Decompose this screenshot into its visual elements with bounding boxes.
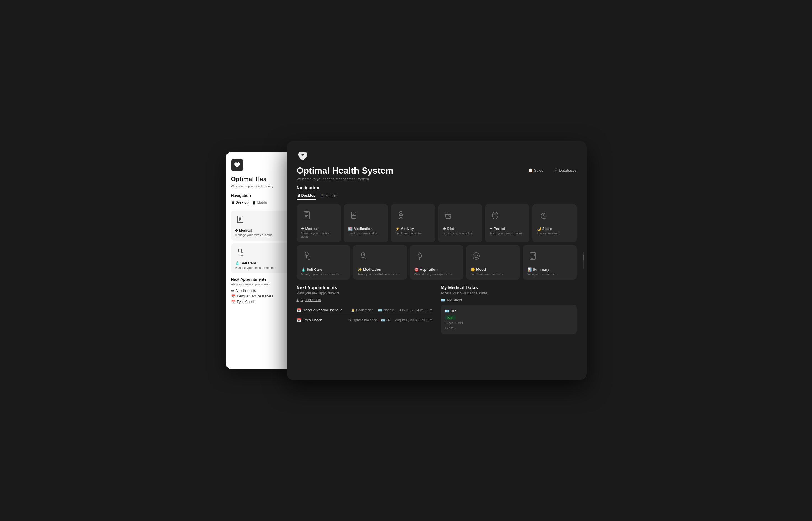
summary-card-icon (527, 250, 572, 264)
svg-line-23 (401, 217, 403, 219)
appt-dengue-person: 🪪 Isabelle (378, 308, 395, 312)
selfcare-prefix: 🧴 (301, 268, 306, 272)
medical-person-card[interactable]: 🪪 JR Male 32 years old 172 cm (441, 305, 577, 334)
appt-dengue-icon: 📅 (231, 294, 235, 298)
medical-desc: Manage your medical datas (301, 232, 337, 238)
mobile-appt-title: Next Appointments (231, 277, 292, 281)
medical-person-icon: 🪪 (445, 309, 449, 313)
selfcare-desc: Manage your self care routine (301, 272, 346, 276)
appt-dengue-cal-icon: 📅 (297, 308, 301, 312)
appt-eyes-person-icon: 🪪 (381, 318, 385, 322)
medication-title: 🏥 Medication (348, 227, 384, 231)
period-card-icon (490, 210, 525, 223)
appt-name-dengue: 📅 Dengue Vaccine Isabelle (297, 308, 342, 312)
mobile-selfcare-card[interactable]: 🧴 Self Care Manage your self care routin… (231, 243, 292, 273)
medical-prefix-icon: ✛ (235, 228, 238, 232)
appointments-section: Next Appointments View your next appoint… (297, 285, 432, 334)
appt-person-icon: 🪪 (378, 308, 382, 312)
appt-eyes-date: August 6, 2024 11:00 AM (395, 318, 432, 322)
mobile-appt-dengue[interactable]: 📅 Dengue Vaccine Isabelle (231, 294, 292, 298)
diet-prefix: 🍽 (443, 227, 446, 231)
medical-section-subtitle: Access your own medical datas (441, 291, 577, 295)
meditation-prefix: ✨ (358, 268, 362, 272)
medical-person-name: 🪪 JR (445, 309, 573, 313)
mobile-appt-link[interactable]: ⊕ Appointments (231, 289, 292, 293)
summary-prefix: 📊 (527, 268, 532, 272)
nav-card-selfcare[interactable]: 🧴 Self Care Manage your self care routin… (297, 245, 351, 280)
appt-eyes-cal-icon: 📅 (297, 318, 301, 322)
nav-card-medication[interactable]: 🏥 Medication Track your medication (344, 204, 388, 242)
appt-section-title: Next Appointments (297, 285, 432, 290)
summary-title: 📊 Summary (527, 268, 572, 272)
svg-point-27 (305, 252, 308, 255)
mobile-icon: 📱 (252, 201, 256, 205)
my-sheet-link[interactable]: 🪪 My Sheet (441, 298, 577, 302)
appt-stethoscope-icon: 👨‍⚕️ (351, 308, 355, 312)
mobile-appt-subtitle: View your next appointments (231, 283, 292, 286)
medical-section-title: My Medical Datas (441, 285, 577, 290)
mobile-appt-eyes[interactable]: 📅 Eyes Check (231, 300, 292, 304)
nav-card-medical[interactable]: ✛ Medical Manage your medical datas (297, 204, 341, 242)
nav-card-mood[interactable]: 😊 Mood Jot down your emotions (466, 245, 520, 280)
mobile-medical-card[interactable]: ✛ Medical Manage your medical datas (231, 210, 292, 241)
aspiration-prefix: 🎯 (414, 268, 419, 272)
appt-row-eyes: 📅 Eyes Check 👁 Ophthalmologist 🪪 JR (297, 315, 432, 325)
mobile-medical-desc: Manage your medical datas (235, 233, 288, 236)
appt-link[interactable]: ⊕ Appointments (297, 298, 432, 302)
main-subtitle: Welcome to your health management system (297, 177, 369, 181)
selfcare-card-icon (301, 250, 346, 264)
svg-point-34 (473, 253, 479, 259)
mobile-selfcare-desc: Manage your self care routine (235, 266, 288, 269)
aspiration-desc: Write down your aspirations (414, 272, 459, 276)
sleep-prefix: 🌙 (537, 227, 541, 231)
databases-link[interactable]: 🗄 Databases (555, 168, 577, 173)
activity-card-icon (395, 210, 431, 223)
diet-desc: Optimize your nutrition (443, 232, 478, 235)
main-title-area: Optimal Health System Welcome to your he… (297, 165, 393, 181)
sleep-title: 🌙 Sleep (537, 227, 572, 231)
medical-age: 32 years old (445, 321, 573, 325)
medical-height: 172 cm (445, 326, 573, 330)
appt-name-eyes: 📅 Eyes Check (297, 318, 322, 322)
nav-grid-row2: 🧴 Self Care Manage your self care routin… (297, 245, 577, 280)
medication-prefix: 🏥 (348, 227, 353, 231)
desktop-icon: 🖥 (231, 201, 234, 204)
svg-rect-38 (531, 254, 535, 256)
mobile-app-title: Optimal Hea (231, 176, 292, 183)
mobile-tab-mobile[interactable]: 📱 Mobile (252, 201, 267, 206)
appt-link-icon: ⊕ (231, 289, 234, 293)
nav-card-diet[interactable]: 🍽 Diet Optimize your nutrition (438, 204, 482, 242)
nav-tab-desktop[interactable]: 🖥 Desktop (297, 193, 316, 200)
medication-card-icon (348, 210, 384, 223)
appt-details-eyes: 👁 Ophthalmologist 🪪 JR August 6, 2024 11… (348, 318, 432, 322)
mood-card-icon (471, 250, 516, 264)
mobile-logo (231, 159, 292, 171)
nav-grid-row1: ✛ Medical Manage your medical datas 🏥 (297, 204, 577, 242)
scroll-indicator[interactable] (583, 252, 584, 269)
svg-point-19 (400, 211, 402, 213)
nav-card-aspiration[interactable]: 🎯 Aspiration Write down your aspirations (410, 245, 464, 280)
svg-point-32 (363, 254, 364, 255)
my-sheet-icon: 🪪 (441, 298, 445, 302)
nav-card-activity[interactable]: ⚡ Activity Track your activities (391, 204, 435, 242)
nav-card-meditation[interactable]: ✨ Meditation Track your meditation sessi… (353, 245, 407, 280)
guide-icon: 📋 (528, 168, 533, 173)
main-logo-icon (297, 150, 309, 162)
mobile-tab-desktop[interactable]: 🖥 Desktop (231, 201, 249, 206)
appt-details-dengue: 👨‍⚕️ Pediatrician 🪪 Isabelle July 31, 20… (351, 308, 432, 312)
appt-dengue-date: July 31, 2024 2:00 PM (399, 308, 432, 312)
mobile-selfcare-icon (235, 247, 288, 259)
nav-tab-mobile[interactable]: 📱 Mobile (320, 193, 336, 200)
selfcare-prefix-icon: 🧴 (235, 261, 240, 265)
mobile-medical-title: ✛ Medical (235, 228, 288, 232)
summary-desc: View your summaries (527, 272, 572, 276)
medical-prefix: ✛ (301, 227, 304, 231)
appt-eyes-icon: 📅 (231, 300, 235, 304)
nav-card-period[interactable]: ✦ Period Track your period cycles (485, 204, 529, 242)
appt-eyes-person: 🪪 JR (381, 318, 390, 322)
nav-mobile-icon: 📱 (320, 194, 324, 198)
diet-title: 🍽 Diet (443, 227, 478, 231)
nav-card-sleep[interactable]: 🌙 Sleep Track your sleep (532, 204, 577, 242)
guide-link[interactable]: 📋 Guide (528, 168, 544, 173)
nav-card-summary[interactable]: 📊 Summary View your summaries (523, 245, 577, 280)
